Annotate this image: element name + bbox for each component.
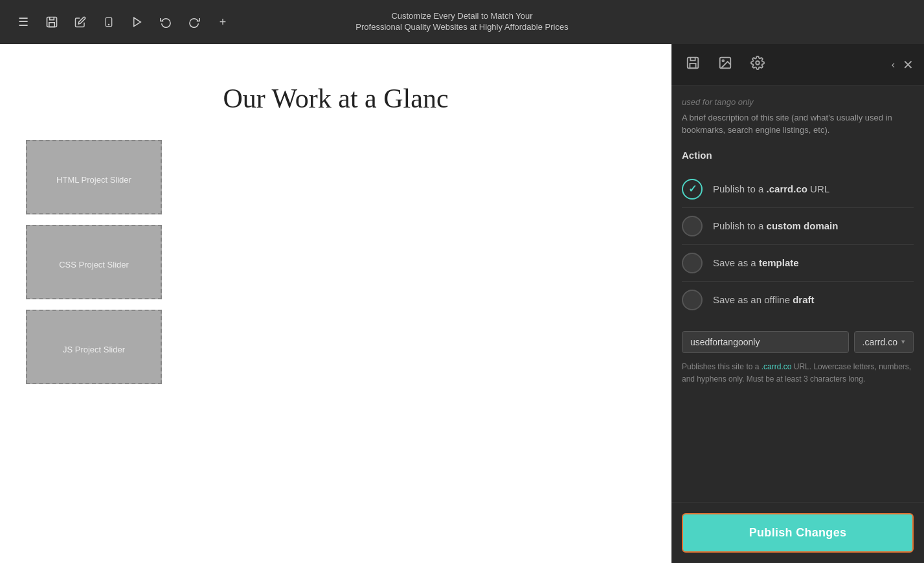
mobile-button[interactable] — [96, 9, 122, 35]
toolbar-center-bottom: Professional Quality Websites at Highly … — [355, 22, 568, 33]
canvas-heading: Our Work at a Glanc — [0, 44, 671, 140]
edit-button[interactable] — [67, 9, 93, 35]
slider-card: JS Project Slider — [26, 310, 162, 384]
play-button[interactable] — [124, 9, 150, 35]
add-button[interactable]: + — [210, 9, 236, 35]
slider-card: HTML Project Slider — [26, 140, 162, 214]
main-area: Our Work at a Glanc HTML Project Slider … — [0, 44, 924, 563]
option-offline-draft-label: Save as an offline draft — [713, 294, 815, 305]
svg-point-8 — [722, 60, 724, 62]
radio-custom-domain[interactable] — [682, 216, 703, 236]
toolbar-center-top: Customize Every Detail to Match Your — [391, 11, 532, 22]
url-suffix-dropdown[interactable]: .carrd.co ▾ — [854, 331, 914, 353]
panel-footer: Publish Changes — [671, 502, 924, 563]
panel-header: ‹ ✕ — [671, 44, 924, 86]
url-input[interactable] — [682, 331, 849, 353]
action-label: Action — [682, 150, 914, 161]
option-offline-draft[interactable]: Save as an offline draft — [682, 282, 914, 318]
panel-prev-button[interactable]: ‹ — [892, 59, 895, 71]
svg-rect-6 — [690, 63, 695, 68]
canvas-content: Our Work at a Glanc HTML Project Slider … — [0, 44, 671, 563]
option-custom-domain[interactable]: Publish to a custom domain — [682, 208, 914, 244]
panel-save-icon[interactable] — [682, 52, 704, 77]
option-template[interactable]: Save as a template — [682, 245, 914, 281]
publish-changes-button[interactable]: Publish Changes — [682, 513, 914, 553]
save-button[interactable] — [39, 9, 65, 35]
url-suffix-text: .carrd.co — [862, 337, 897, 347]
panel-close-button[interactable]: ✕ — [903, 57, 914, 73]
slider-label: HTML Project Slider — [56, 175, 131, 185]
slider-label: CSS Project Slider — [59, 260, 129, 270]
radio-template[interactable] — [682, 253, 703, 273]
canvas: Our Work at a Glanc HTML Project Slider … — [0, 44, 671, 563]
right-panel: ‹ ✕ used for tango only A brief descript… — [671, 44, 924, 563]
svg-point-9 — [756, 61, 760, 65]
radio-offline-draft[interactable] — [682, 290, 703, 310]
option-custom-domain-label: Publish to a custom domain — [713, 220, 838, 231]
undo-button[interactable] — [181, 9, 207, 35]
url-suffix-arrow-icon: ▾ — [901, 338, 905, 346]
slider-label: JS Project Slider — [63, 345, 125, 354]
option-carrd-url-label: Publish to a .carrd.co URL — [713, 183, 829, 194]
option-template-label: Save as a template — [713, 257, 799, 268]
sliders-container: HTML Project Slider CSS Project Slider J… — [0, 140, 671, 384]
panel-header-right: ‹ ✕ — [892, 57, 914, 73]
redo-button[interactable] — [153, 9, 179, 35]
toolbar-center: Customize Every Detail to Match Your Pro… — [355, 11, 568, 33]
panel-description-truncated: used for tango only — [682, 96, 914, 109]
toolbar: ☰ — [0, 0, 924, 44]
menu-button[interactable]: ☰ — [10, 9, 36, 35]
panel-body: used for tango only A brief description … — [671, 86, 924, 502]
note-brand: .carrd.co — [761, 362, 792, 371]
radio-carrd-url[interactable] — [682, 179, 703, 200]
option-carrd-url[interactable]: Publish to a .carrd.co URL — [682, 171, 914, 207]
svg-point-3 — [108, 24, 109, 25]
panel-settings-icon[interactable] — [747, 52, 769, 77]
url-row: .carrd.co ▾ — [682, 331, 914, 353]
panel-description: A brief description of this site (and wh… — [682, 111, 914, 137]
svg-rect-1 — [49, 23, 54, 27]
slider-card: CSS Project Slider — [26, 225, 162, 299]
toolbar-left: ☰ — [10, 9, 236, 35]
svg-marker-4 — [134, 17, 141, 27]
panel-note: Publishes this site to a .carrd.co URL. … — [682, 361, 914, 385]
panel-image-icon[interactable] — [714, 52, 736, 77]
